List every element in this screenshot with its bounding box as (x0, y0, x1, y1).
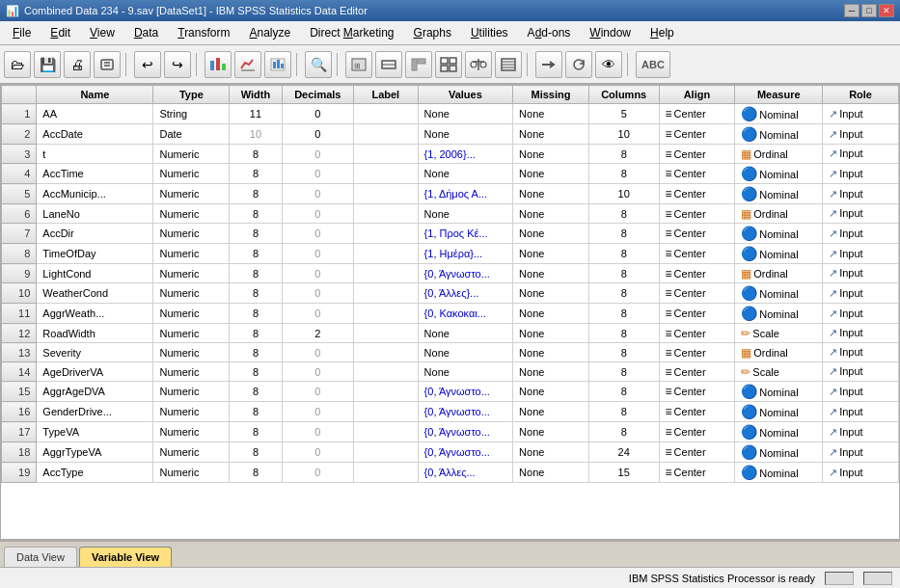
cell-columns[interactable]: 8 (588, 402, 659, 422)
tool4-button[interactable] (435, 51, 462, 78)
cell-decimals[interactable]: 2 (282, 324, 353, 343)
cell-role[interactable]: ↗Input (823, 204, 899, 224)
cell-align[interactable]: ≡Center (659, 283, 735, 304)
header-values[interactable]: Values (418, 86, 512, 104)
cell-name[interactable]: AgeDriverVA (37, 362, 153, 382)
find-button[interactable]: 🔍 (305, 51, 332, 78)
cell-values[interactable]: {0, Άγνωστο... (418, 382, 512, 402)
cell-decimals[interactable]: 0 (282, 362, 353, 382)
cell-missing[interactable]: None (513, 402, 589, 422)
cell-label[interactable] (353, 124, 418, 145)
cell-name[interactable]: GenderDrive... (37, 402, 153, 422)
cell-align[interactable]: ≡Center (659, 324, 735, 343)
print-button[interactable]: 🖨 (64, 51, 91, 78)
header-role[interactable]: Role (823, 86, 899, 104)
cell-decimals[interactable]: 0 (282, 463, 353, 483)
cell-measure[interactable]: 🔵Nominal (735, 382, 823, 402)
cell-columns[interactable]: 8 (588, 304, 659, 324)
cell-width[interactable]: 8 (230, 362, 283, 382)
rotate-button[interactable] (565, 51, 592, 78)
cell-missing[interactable]: None (513, 184, 589, 204)
cell-width[interactable]: 8 (230, 304, 283, 324)
cell-label[interactable] (353, 324, 418, 343)
cell-role[interactable]: ↗Input (823, 422, 899, 442)
cell-type[interactable]: Numeric (153, 362, 230, 382)
cell-missing[interactable]: None (513, 204, 589, 224)
cell-name[interactable]: AccMunicip... (37, 184, 153, 204)
cell-align[interactable]: ≡Center (659, 402, 735, 422)
chart-bar-button[interactable] (205, 51, 232, 78)
cell-type[interactable]: Numeric (153, 204, 230, 224)
cell-label[interactable] (353, 164, 418, 184)
cell-align[interactable]: ≡Center (659, 224, 735, 244)
cell-width[interactable]: 8 (230, 402, 283, 422)
minimize-button[interactable]: ─ (844, 4, 859, 17)
menu-help[interactable]: Help (641, 23, 683, 42)
cell-label[interactable] (353, 422, 418, 442)
cell-width[interactable]: 8 (230, 184, 283, 204)
abc-button[interactable]: ABC (636, 51, 670, 78)
cell-columns[interactable]: 8 (588, 145, 659, 164)
cell-type[interactable]: Numeric (153, 244, 230, 264)
cell-columns[interactable]: 15 (588, 463, 659, 483)
cell-width[interactable]: 8 (230, 422, 283, 442)
cell-measure[interactable]: ▦Ordinal (735, 343, 823, 362)
cell-role[interactable]: ↗Input (823, 362, 899, 382)
cell-align[interactable]: ≡Center (659, 442, 735, 463)
save-button[interactable]: 💾 (34, 51, 61, 78)
cell-columns[interactable]: 8 (588, 264, 659, 283)
menu-file[interactable]: File (4, 23, 40, 42)
cell-values[interactable]: None (418, 104, 512, 124)
cell-columns[interactable]: 8 (588, 224, 659, 244)
cell-columns[interactable]: 10 (588, 124, 659, 145)
cell-type[interactable]: Numeric (153, 343, 230, 362)
cell-align[interactable]: ≡Center (659, 382, 735, 402)
cell-align[interactable]: ≡Center (659, 343, 735, 362)
header-width[interactable]: Width (230, 86, 283, 104)
header-decimals[interactable]: Decimals (282, 86, 353, 104)
cell-values[interactable]: {0, Κακοκαι... (418, 304, 512, 324)
cell-align[interactable]: ≡Center (659, 463, 735, 483)
cell-name[interactable]: AccDir (37, 224, 153, 244)
cell-label[interactable] (353, 224, 418, 244)
cell-name[interactable]: AccType (37, 463, 153, 483)
cell-role[interactable]: ↗Input (823, 244, 899, 264)
cell-role[interactable]: ↗Input (823, 145, 899, 164)
cell-columns[interactable]: 10 (588, 184, 659, 204)
cell-align[interactable]: ≡Center (659, 264, 735, 283)
cell-values[interactable]: {1, Δήμος Α... (418, 184, 512, 204)
cell-measure[interactable]: ▦Ordinal (735, 204, 823, 224)
cell-label[interactable] (353, 402, 418, 422)
cell-decimals[interactable]: 0 (282, 343, 353, 362)
cell-type[interactable]: Numeric (153, 184, 230, 204)
cell-columns[interactable]: 24 (588, 442, 659, 463)
header-measure[interactable]: Measure (735, 86, 823, 104)
cell-align[interactable]: ≡Center (659, 244, 735, 264)
cell-label[interactable] (353, 304, 418, 324)
cell-missing[interactable]: None (513, 145, 589, 164)
cell-role[interactable]: ↗Input (823, 264, 899, 283)
cell-measure[interactable]: ▦Ordinal (735, 264, 823, 283)
cell-decimals[interactable]: 0 (282, 304, 353, 324)
cell-columns[interactable]: 8 (588, 283, 659, 304)
cell-decimals[interactable]: 0 (282, 184, 353, 204)
cell-columns[interactable]: 8 (588, 422, 659, 442)
cell-missing[interactable]: None (513, 224, 589, 244)
cell-decimals[interactable]: 0 (282, 164, 353, 184)
cell-values[interactable]: None (418, 164, 512, 184)
cell-width[interactable]: 10 (230, 124, 283, 145)
cell-role[interactable]: ↗Input (823, 442, 899, 463)
cell-measure[interactable]: ▦Ordinal (735, 145, 823, 164)
cell-align[interactable]: ≡Center (659, 304, 735, 324)
tool5-button[interactable] (495, 51, 522, 78)
cell-missing[interactable]: None (513, 343, 589, 362)
cell-width[interactable]: 8 (230, 343, 283, 362)
cell-type[interactable]: Numeric (153, 283, 230, 304)
cell-name[interactable]: WeatherCond (37, 283, 153, 304)
cell-align[interactable]: ≡Center (659, 362, 735, 382)
cell-label[interactable] (353, 264, 418, 283)
cell-label[interactable] (353, 382, 418, 402)
cell-role[interactable]: ↗Input (823, 324, 899, 343)
cell-align[interactable]: ≡Center (659, 422, 735, 442)
cell-align[interactable]: ≡Center (659, 204, 735, 224)
